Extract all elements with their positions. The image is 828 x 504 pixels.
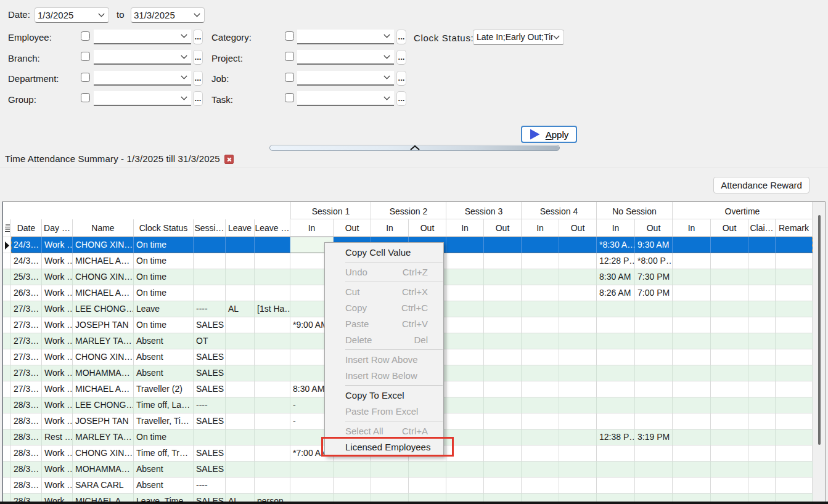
cell-clock[interactable]: On time — [134, 317, 194, 333]
cell-otout[interactable] — [711, 253, 748, 269]
cell-day[interactable]: Work … — [42, 301, 73, 317]
cell-otin[interactable] — [673, 333, 711, 349]
cell-s4in[interactable] — [522, 413, 559, 429]
cell-remark[interactable] — [776, 429, 813, 445]
cell-s3in[interactable] — [446, 253, 484, 269]
cell-nsout[interactable]: 9:30 AM — [635, 237, 673, 253]
cell-s4in[interactable] — [522, 494, 559, 502]
cell-remark[interactable] — [776, 349, 813, 365]
cell-otin[interactable] — [673, 494, 711, 502]
cell-leave[interactable] — [226, 445, 255, 461]
cell-clock[interactable]: On time — [134, 269, 194, 285]
cell-otin[interactable] — [673, 429, 711, 445]
cell-day[interactable]: Work … — [42, 317, 73, 333]
column-header[interactable]: Clai… — [748, 219, 776, 237]
filter-checkbox[interactable] — [81, 73, 90, 82]
cell-name[interactable]: MOHAMMA… — [73, 365, 134, 381]
cell-sess[interactable] — [194, 253, 226, 269]
cell-nsin[interactable] — [597, 301, 635, 317]
cell-s2in[interactable] — [371, 478, 409, 494]
cell-claim[interactable] — [748, 269, 776, 285]
cell-name[interactable]: LEE CHONG… — [73, 397, 134, 413]
cell-date[interactable]: 26/3… — [11, 285, 42, 301]
cell-s4out[interactable] — [559, 494, 597, 502]
cell-leave[interactable] — [226, 478, 255, 494]
cell-remark[interactable] — [776, 494, 813, 502]
cell-sess[interactable] — [194, 285, 226, 301]
tab-title[interactable]: Time Attendance Summary - 1/3/2025 till … — [5, 153, 220, 164]
cell-claim[interactable] — [748, 301, 776, 317]
cell-leave[interactable]: AL — [226, 494, 255, 502]
cell-s4in[interactable] — [522, 445, 559, 461]
cell-clock[interactable]: On time — [134, 429, 194, 445]
column-header[interactable]: Out — [334, 219, 371, 237]
cell-s3out[interactable] — [484, 494, 522, 502]
cell-otout[interactable] — [711, 365, 748, 381]
filter-checkbox[interactable] — [81, 93, 90, 102]
cell-day[interactable]: Work … — [42, 333, 73, 349]
cell-remark[interactable] — [776, 461, 813, 478]
cell-remark[interactable] — [776, 253, 813, 269]
cell-date[interactable]: 27/3… — [11, 317, 42, 333]
cell-s4in[interactable] — [522, 333, 559, 349]
cell-leave[interactable] — [226, 365, 255, 381]
cell-s3in[interactable] — [446, 365, 484, 381]
cell-leave[interactable] — [226, 429, 255, 445]
cell-day[interactable]: Work … — [42, 285, 73, 301]
cell-day[interactable]: Work … — [42, 445, 73, 461]
cell-date[interactable]: 27/3… — [11, 365, 42, 381]
cell-s3out[interactable] — [484, 397, 522, 413]
cell-clock[interactable]: Absent — [134, 461, 194, 478]
date-to-combo[interactable]: 31/3/2025 — [131, 7, 205, 23]
filter-combo[interactable] — [297, 91, 394, 106]
cell-s4in[interactable] — [522, 253, 559, 269]
cell-s3in[interactable] — [446, 301, 484, 317]
column-header[interactable]: Date — [11, 219, 42, 237]
column-header[interactable]: In — [522, 219, 559, 237]
cell-day[interactable]: Work … — [42, 413, 73, 429]
cell-name[interactable]: CHONG XIN… — [73, 349, 134, 365]
cell-s1in[interactable] — [290, 478, 334, 494]
cell-clock[interactable]: Traveller (2) — [134, 381, 194, 397]
column-header[interactable]: Name — [73, 219, 134, 237]
cell-claim[interactable] — [748, 461, 776, 478]
cell-claim[interactable] — [748, 381, 776, 397]
cell-leave2[interactable] — [255, 397, 290, 413]
cell-s3out[interactable] — [484, 333, 522, 349]
cell-nsin[interactable] — [597, 445, 635, 461]
cell-nsout[interactable]: 7:00 PM — [635, 285, 673, 301]
cell-remark[interactable] — [776, 269, 813, 285]
cell-s4out[interactable] — [559, 269, 597, 285]
menu-item-undo[interactable]: UndoCtrl+Z — [325, 264, 443, 280]
filter-checkbox[interactable] — [285, 52, 294, 61]
cell-sess[interactable]: SALES — [194, 365, 226, 381]
cell-nsout[interactable] — [635, 461, 673, 478]
cell-leave[interactable] — [226, 461, 255, 478]
cell-date[interactable]: 28/3… — [11, 461, 42, 478]
cell-otout[interactable] — [711, 349, 748, 365]
cell-otout[interactable] — [711, 317, 748, 333]
menu-item-delete[interactable]: DeleteDel — [325, 331, 443, 348]
cell-sess[interactable] — [194, 237, 226, 253]
cell-claim[interactable] — [748, 285, 776, 301]
cell-otin[interactable] — [673, 397, 711, 413]
cell-leave2[interactable] — [255, 237, 290, 253]
cell-name[interactable]: MICHAEL A… — [73, 253, 134, 269]
cell-s4in[interactable] — [522, 461, 559, 478]
cell-clock[interactable]: Absent — [134, 349, 194, 365]
cell-s4out[interactable] — [559, 365, 597, 381]
cell-day[interactable]: Rest … — [42, 429, 73, 445]
cell-date[interactable]: 28/3… — [11, 413, 42, 429]
column-header[interactable]: Out — [484, 219, 522, 237]
cell-otin[interactable] — [673, 269, 711, 285]
cell-day[interactable]: Work … — [42, 478, 73, 494]
cell-s4out[interactable] — [559, 478, 597, 494]
cell-otout[interactable] — [711, 269, 748, 285]
cell-otout[interactable] — [711, 445, 748, 461]
cell-s3out[interactable] — [484, 445, 522, 461]
cell-otout[interactable] — [711, 237, 748, 253]
table-row[interactable]: 28/3…Work …MICHAEL A…Leave, Time …SALESA… — [3, 494, 813, 502]
apply-button[interactable]: Apply — [521, 126, 577, 143]
cell-leave2[interactable] — [255, 349, 290, 365]
cell-remark[interactable] — [776, 413, 813, 429]
